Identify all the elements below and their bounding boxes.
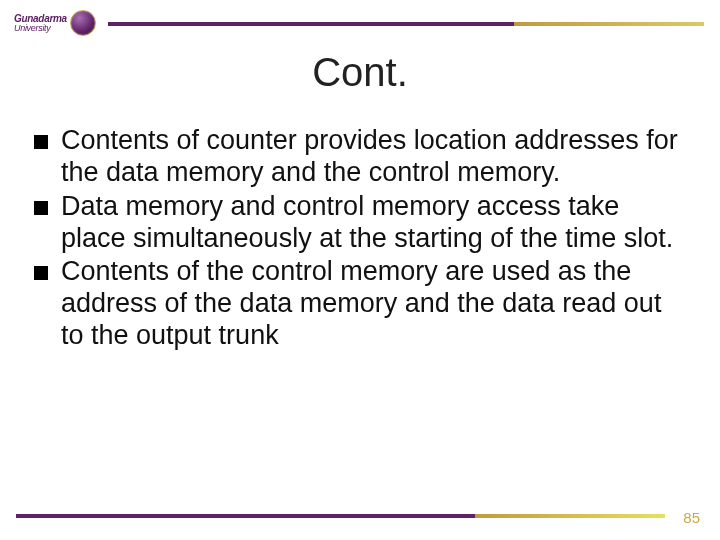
bullet-text: Contents of the control memory are used … (61, 256, 682, 352)
bullet-icon (34, 135, 48, 149)
logo-subtitle: University (14, 24, 67, 33)
slide-title: Cont. (0, 50, 720, 95)
university-logo: Gunadarma University (14, 6, 104, 40)
bullet-text: Contents of counter provides location ad… (61, 125, 682, 189)
logo-seal-icon (70, 10, 96, 36)
list-item: Contents of counter provides location ad… (34, 125, 682, 189)
bullet-text: Data memory and control memory access ta… (61, 191, 682, 255)
logo-text: Gunadarma University (14, 14, 67, 33)
bottom-divider-accent (475, 514, 665, 518)
bullet-icon (34, 201, 48, 215)
list-item: Contents of the control memory are used … (34, 256, 682, 352)
bullet-icon (34, 266, 48, 280)
top-divider-accent (514, 22, 704, 26)
list-item: Data memory and control memory access ta… (34, 191, 682, 255)
page-number: 85 (683, 509, 700, 526)
logo-name: Gunadarma (14, 13, 67, 24)
content-area: Contents of counter provides location ad… (34, 125, 682, 354)
